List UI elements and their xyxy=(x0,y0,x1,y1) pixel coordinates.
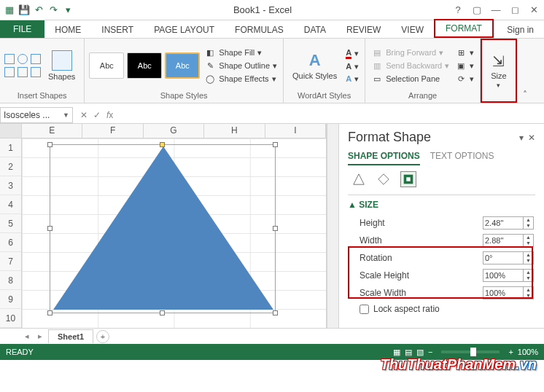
height-stepper[interactable]: ▲▼ xyxy=(524,216,534,230)
view-page-break-icon[interactable]: ▧ xyxy=(416,348,424,357)
cancel-formula-icon[interactable]: ✕ xyxy=(80,110,88,120)
cells-area[interactable] xyxy=(22,138,326,328)
style-preset-1[interactable]: Abc xyxy=(89,52,124,79)
tab-file[interactable]: FILE xyxy=(0,20,44,38)
sheet-nav-next-icon[interactable]: ▸ xyxy=(35,332,45,341)
select-all-corner[interactable] xyxy=(0,124,22,138)
row-header[interactable]: 6 xyxy=(0,233,21,252)
prop-lock-aspect[interactable]: Lock aspect ratio xyxy=(348,302,535,316)
lock-aspect-checkbox[interactable] xyxy=(360,305,369,314)
collapse-ribbon-icon[interactable]: ˄ xyxy=(517,87,533,103)
text-effects-button[interactable]: A ▾ xyxy=(344,74,360,85)
col-header[interactable]: I xyxy=(265,124,326,138)
tab-review[interactable]: REVIEW xyxy=(336,22,391,38)
rotate-button[interactable]: ⟳▾ xyxy=(454,73,475,85)
tab-view[interactable]: VIEW xyxy=(391,22,434,38)
group-button[interactable]: ▣▾ xyxy=(454,60,475,71)
name-box[interactable]: Isosceles ...▼ xyxy=(0,107,73,123)
zoom-level[interactable]: 100% xyxy=(518,348,538,356)
text-outline-button[interactable]: A ▾ xyxy=(344,61,360,72)
col-header[interactable]: G xyxy=(144,124,204,138)
section-size[interactable]: ▲ SIZE xyxy=(348,200,535,210)
text-fill-button[interactable]: A ▾ xyxy=(344,47,360,60)
shape-selection[interactable] xyxy=(50,144,276,313)
send-backward-button[interactable]: ▥Send Backward ▾ xyxy=(370,60,451,71)
tab-data[interactable]: DATA xyxy=(294,22,336,38)
scale-width-input[interactable]: 100% xyxy=(483,286,524,299)
row-header[interactable]: 4 xyxy=(0,195,21,214)
rotate-handle[interactable] xyxy=(160,142,165,147)
row-header[interactable]: 9 xyxy=(0,290,21,309)
resize-handle[interactable] xyxy=(160,310,165,315)
formula-input[interactable] xyxy=(120,107,544,123)
tab-format[interactable]: FORMAT xyxy=(434,19,494,38)
size-properties-icon[interactable] xyxy=(400,171,416,187)
row-header[interactable]: 8 xyxy=(0,271,21,290)
scale-width-stepper[interactable]: ▲▼ xyxy=(524,286,534,299)
enter-formula-icon[interactable]: ✓ xyxy=(93,110,101,120)
shape-gallery[interactable] xyxy=(4,54,41,77)
row-header[interactable]: 5 xyxy=(0,214,21,233)
save-icon[interactable]: 💾 xyxy=(18,4,31,17)
redo-icon[interactable]: ↷ xyxy=(47,4,60,17)
bring-forward-button[interactable]: ▤Bring Forward ▾ xyxy=(370,47,451,58)
view-normal-icon[interactable]: ▦ xyxy=(393,348,400,357)
scale-height-input[interactable]: 100% xyxy=(483,269,524,282)
width-input[interactable]: 2.88" xyxy=(483,234,524,247)
tab-formulas[interactable]: FORMULAS xyxy=(225,22,294,38)
align-button[interactable]: ⊞▾ xyxy=(454,47,475,58)
shape-effects-button[interactable]: ◯Shape Effects ▾ xyxy=(203,73,279,85)
row-header[interactable]: 7 xyxy=(0,252,21,271)
selection-pane-button[interactable]: ▭Selection Pane xyxy=(370,73,451,85)
sheet-nav-prev-icon[interactable]: ◂ xyxy=(22,332,32,341)
isosceles-triangle-shape[interactable] xyxy=(53,146,273,310)
vertical-scrollbar[interactable] xyxy=(327,124,338,328)
effects-icon[interactable] xyxy=(376,171,392,187)
col-header[interactable]: E xyxy=(22,124,82,138)
resize-handle[interactable] xyxy=(47,310,53,315)
fill-line-icon[interactable] xyxy=(351,171,367,187)
resize-handle[interactable] xyxy=(47,142,53,147)
tab-shape-options[interactable]: SHAPE OPTIONS xyxy=(348,151,420,165)
rotation-stepper[interactable]: ▲▼ xyxy=(524,251,534,264)
rotation-input[interactable]: 0° xyxy=(483,251,524,264)
signin-link[interactable]: Sign in xyxy=(497,22,544,38)
zoom-slider[interactable] xyxy=(441,350,500,353)
ribbon-display-icon[interactable]: ▢ xyxy=(470,4,484,15)
fx-icon[interactable]: fx xyxy=(106,110,113,120)
resize-handle[interactable] xyxy=(47,226,53,231)
scale-height-stepper[interactable]: ▲▼ xyxy=(524,269,534,282)
style-preset-3[interactable]: Abc xyxy=(165,52,200,79)
shape-outline-button[interactable]: ✎Shape Outline ▾ xyxy=(203,60,279,71)
row-header[interactable]: 1 xyxy=(0,138,21,157)
quick-styles-button[interactable]: A Quick Styles xyxy=(288,48,341,83)
row-header[interactable]: 2 xyxy=(0,157,21,176)
pane-menu-icon[interactable]: ▾ xyxy=(519,133,524,143)
style-preset-2[interactable]: Abc xyxy=(127,52,162,79)
pane-close-icon[interactable]: ✕ xyxy=(528,133,535,143)
close-icon[interactable]: ✕ xyxy=(526,4,541,15)
view-page-layout-icon[interactable]: ▤ xyxy=(405,348,412,357)
help-icon[interactable]: ? xyxy=(451,4,465,15)
col-header[interactable]: F xyxy=(82,124,143,138)
sheet-tab[interactable]: Sheet1 xyxy=(48,329,93,343)
resize-handle[interactable] xyxy=(273,142,278,147)
worksheet-grid[interactable]: E F G H I 1 2 3 4 5 6 7 8 9 10 xyxy=(0,124,327,328)
shapes-button[interactable]: Shapes xyxy=(44,47,79,84)
shape-fill-button[interactable]: ◧Shape Fill ▾ xyxy=(203,47,279,58)
tab-page-layout[interactable]: PAGE LAYOUT xyxy=(144,22,225,38)
col-header[interactable]: H xyxy=(204,124,265,138)
tab-text-options[interactable]: TEXT OPTIONS xyxy=(430,151,494,165)
row-header[interactable]: 3 xyxy=(0,176,21,195)
resize-handle[interactable] xyxy=(273,310,278,315)
zoom-out-icon[interactable]: − xyxy=(428,348,432,356)
height-input[interactable]: 2.48" xyxy=(483,216,524,230)
zoom-in-icon[interactable]: + xyxy=(508,348,513,356)
resize-handle[interactable] xyxy=(273,226,278,231)
undo-icon[interactable]: ↶ xyxy=(32,4,45,17)
customize-qat-icon[interactable]: ▾ xyxy=(61,4,74,17)
row-header[interactable]: 10 xyxy=(0,309,21,328)
minimize-icon[interactable]: — xyxy=(489,4,503,15)
tab-home[interactable]: HOME xyxy=(44,22,91,38)
restore-icon[interactable]: ◻ xyxy=(508,4,522,15)
